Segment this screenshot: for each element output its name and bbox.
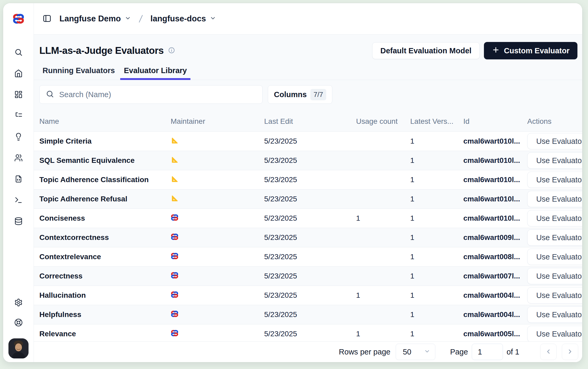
columns-button[interactable]: Columns 7/7 (268, 85, 332, 104)
topbar: Langfuse Demo langfuse-docs (34, 3, 582, 35)
life-buoy-icon (14, 318, 23, 328)
evaluator-id-cell: cmal6wart004l... (463, 291, 525, 300)
page-number-input[interactable] (472, 344, 503, 360)
sidebar-item-dashboards[interactable] (14, 90, 23, 99)
use-evaluator-button[interactable]: Use Evaluator (527, 306, 582, 323)
sidebar-item-search[interactable] (14, 48, 23, 57)
actions-cell: Use Evaluator (525, 210, 582, 226)
table-row[interactable]: Simple Criteria 5/23/2025 1 cmal6wart010… (34, 132, 582, 151)
latest-version-cell: 1 (410, 330, 463, 338)
use-evaluator-button[interactable]: Use Evaluator (527, 152, 582, 169)
sidebar-item-datasets[interactable] (14, 217, 23, 226)
usage-count-cell: 1 (356, 214, 410, 223)
use-evaluator-button[interactable]: Use Evaluator (527, 326, 582, 341)
previous-page-button[interactable] (540, 344, 557, 360)
environment-selector[interactable]: langfuse-docs (151, 14, 216, 23)
langfuse-icon (171, 214, 179, 221)
langfuse-icon (171, 291, 179, 299)
table-row[interactable]: Contextrelevance 5/23/2025 1 cmal6wart00… (34, 247, 582, 267)
evaluator-id-cell: cmal6wart004l... (463, 310, 525, 319)
actions-cell: Use Evaluator (525, 152, 582, 169)
evaluator-name: SQL Semantic Equivalence (39, 156, 171, 165)
use-evaluator-button[interactable]: Use Evaluator (527, 172, 582, 188)
use-evaluator-button[interactable]: Use Evaluator (527, 191, 582, 207)
evaluator-id-cell: cmal6wart010l... (463, 195, 525, 203)
evaluator-id-cell: cmal6wart010l... (463, 156, 525, 165)
last-edit-cell: 5/23/2025 (264, 291, 356, 300)
table-row[interactable]: Topic Adherence Refusal 5/23/2025 1 cmal… (34, 190, 582, 209)
evaluator-id-cell: cmal6wart008l... (463, 253, 525, 261)
search-input[interactable] (59, 90, 256, 99)
rows-per-page-select[interactable]: 50 (396, 344, 435, 360)
evaluator-name: Helpfulness (39, 310, 171, 319)
sidebar-item-users[interactable] (14, 154, 23, 163)
column-header: Id (463, 117, 525, 126)
table-row[interactable]: Helpfulness 5/23/2025 1 cmal6wart004l...… (34, 305, 582, 324)
langfuse-logo-icon (12, 3, 25, 34)
custom-evaluator-button[interactable]: Custom Evaluator (484, 42, 577, 59)
latest-version-cell: 1 (410, 272, 463, 280)
sidebar-toggle-button[interactable] (43, 14, 52, 24)
usage-count-cell: 1 (356, 330, 410, 338)
evaluator-name: Conciseness (39, 214, 171, 223)
last-edit-cell: 5/23/2025 (264, 137, 356, 145)
tab-running-evaluators[interactable]: Running Evaluators (39, 66, 119, 80)
sidebar-item-tracing[interactable] (14, 111, 23, 120)
breadcrumb-separator (137, 14, 145, 24)
column-header: Last Edit (264, 117, 356, 126)
langfuse-icon (171, 310, 179, 318)
use-evaluator-button[interactable]: Use Evaluator (527, 249, 582, 265)
table-row[interactable]: Conciseness 5/23/2025 1 1 cmal6wart010l.… (34, 209, 582, 228)
actions-cell: Use Evaluator (525, 172, 582, 188)
maintainer-cell (171, 310, 264, 320)
latest-version-cell: 1 (410, 195, 463, 203)
use-evaluator-button[interactable]: Use Evaluator (527, 268, 582, 284)
maintainer-cell (171, 136, 264, 146)
page-header: LLM-as-a-Judge Evaluators Default Evalua… (39, 42, 577, 59)
trace-tree-icon (14, 111, 23, 121)
table-row[interactable]: Correctness 5/23/2025 1 cmal6wart007l...… (34, 267, 582, 286)
latest-version-cell: 1 (410, 310, 463, 319)
table-row[interactable]: SQL Semantic Equivalence 5/23/2025 1 cma… (34, 151, 582, 170)
sidebar-item-home[interactable] (14, 69, 23, 78)
page-content: LLM-as-a-Judge Evaluators Default Evalua… (34, 35, 582, 362)
latest-version-cell: 1 (410, 176, 463, 184)
sidebar-item-playground[interactable] (14, 196, 23, 205)
plus-icon (492, 46, 500, 56)
user-avatar[interactable] (8, 338, 29, 358)
lightbulb-icon (14, 133, 23, 142)
table-row[interactable]: Relevance 5/23/2025 1 1 cmal6wart005l...… (34, 324, 582, 341)
sidebar-item-settings[interactable] (14, 298, 23, 307)
table-row[interactable]: Topic Adherence Classification 5/23/2025… (34, 170, 582, 190)
app-window: Langfuse Demo langfuse-docs LLM-as-a-Jud… (3, 3, 582, 362)
langfuse-icon (171, 271, 179, 279)
chevron-right-icon (567, 348, 573, 356)
project-selector[interactable]: Langfuse Demo (59, 14, 131, 23)
evaluator-id-cell: cmal6wart010l... (463, 176, 525, 184)
next-page-button[interactable] (562, 344, 578, 360)
columns-label: Columns (274, 90, 307, 99)
sidebar-item-prompts[interactable] (14, 175, 23, 184)
latest-version-cell: 1 (410, 214, 463, 223)
info-icon[interactable] (168, 47, 175, 55)
actions-cell: Use Evaluator (525, 191, 582, 207)
use-evaluator-button[interactable]: Use Evaluator (527, 287, 582, 304)
chevron-down-icon (424, 348, 430, 356)
column-header: Actions (525, 117, 582, 126)
sidebar-item-support[interactable] (14, 318, 23, 327)
evaluator-name: Simple Criteria (39, 137, 171, 145)
column-header: Usage count (356, 117, 410, 126)
default-evaluation-model-button[interactable]: Default Evaluation Model (372, 42, 480, 59)
maintainer-cell (171, 252, 264, 262)
maintainer-cell (171, 194, 264, 204)
sidebar-item-evaluation[interactable] (14, 133, 23, 141)
tab-evaluator-library[interactable]: Evaluator Library (120, 66, 191, 80)
table-row[interactable]: Hallucination 5/23/2025 1 1 cmal6wart004… (34, 286, 582, 305)
table-row[interactable]: Contextcorrectness 5/23/2025 1 cmal6wart… (34, 228, 582, 247)
latest-version-cell: 1 (410, 137, 463, 145)
use-evaluator-button[interactable]: Use Evaluator (527, 210, 582, 226)
use-evaluator-button[interactable]: Use Evaluator (527, 133, 582, 149)
use-evaluator-button[interactable]: Use Evaluator (527, 229, 582, 246)
last-edit-cell: 5/23/2025 (264, 253, 356, 261)
ragas-icon (171, 175, 179, 183)
